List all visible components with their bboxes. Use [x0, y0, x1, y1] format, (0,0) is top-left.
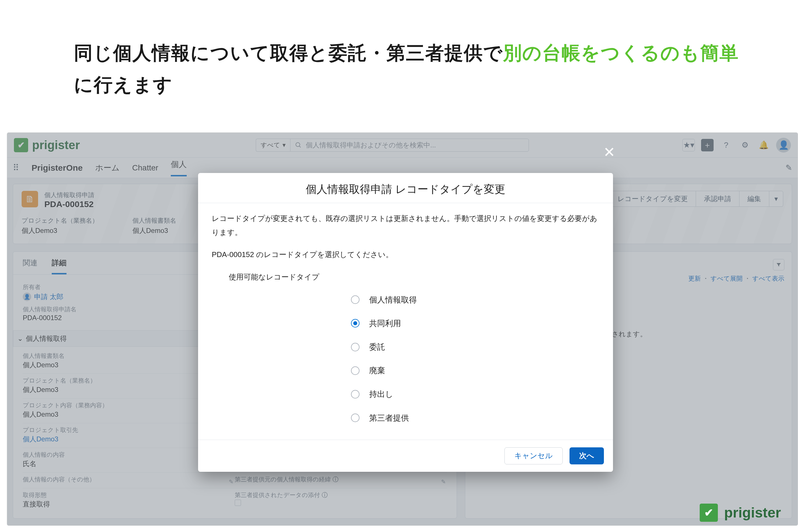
record-type-option[interactable]: 委託 [212, 337, 599, 357]
record-type-option-label: 持出し [369, 386, 393, 402]
record-type-option-label: 第三者提供 [369, 411, 409, 425]
change-record-type-modal: 個人情報取得申請 レコードタイプを変更 レコードタイプが変更されても、既存の選択… [198, 173, 613, 472]
record-type-option[interactable]: 共同利用 [212, 313, 599, 334]
record-type-option-label: 廃棄 [369, 363, 385, 378]
brand-text: prigister [724, 505, 781, 521]
record-type-option[interactable]: 廃棄 [212, 360, 599, 381]
record-type-option[interactable]: 個人情報取得 [212, 289, 599, 310]
modal-message: レコードタイプが変更されても、既存の選択リストは更新されません。手動で選択リスト… [212, 212, 599, 240]
app-screenshot: ✔ prigister すべて ▾ 個人情報取得申請およびその他を検索中... … [7, 132, 798, 526]
radio-icon [351, 296, 359, 304]
record-type-option-label: 委託 [369, 339, 385, 355]
modal-close-button[interactable]: ✕ [603, 144, 615, 160]
radio-icon [351, 319, 359, 327]
record-type-option-label: 個人情報取得 [369, 292, 417, 307]
brand-watermark: ✔ prigister [700, 504, 781, 522]
radio-icon [351, 343, 359, 352]
radio-icon [351, 390, 359, 399]
record-type-option[interactable]: 第三者提供 [212, 407, 599, 428]
radio-icon [351, 414, 359, 422]
modal-message: PDA-000152 のレコードタイプを選択してください。 [212, 248, 599, 262]
brand-shield-icon: ✔ [700, 504, 718, 522]
slide-title: 同じ個人情報について取得と委託・第三者提供で別の台帳をつくるのも簡単に行えます [74, 37, 751, 100]
next-button[interactable]: 次へ [570, 448, 604, 464]
modal-title: 個人情報取得申請 レコードタイプを変更 [198, 173, 613, 203]
radio-icon [351, 366, 359, 375]
record-type-option-label: 共同利用 [369, 316, 401, 331]
cancel-button[interactable]: キャンセル [504, 448, 563, 464]
record-type-options: 個人情報取得共同利用委託廃棄持出し第三者提供 [212, 289, 599, 428]
record-type-list-label: 使用可能なレコードタイプ [229, 270, 599, 284]
record-type-option[interactable]: 持出し [212, 384, 599, 404]
